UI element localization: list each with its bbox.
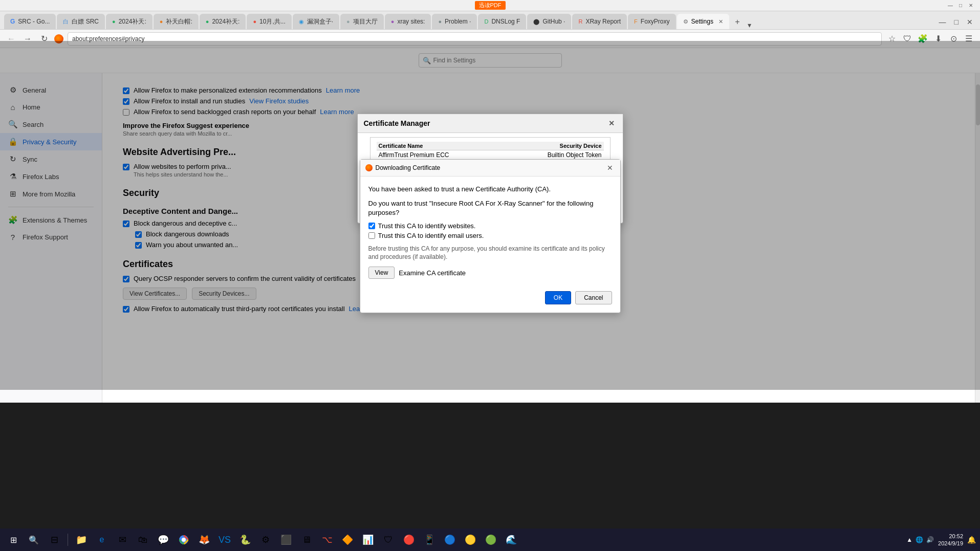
tab-label: GitHub · [542, 18, 565, 25]
tab-src-google[interactable]: G SRC - Go... [4, 14, 56, 29]
tray-volume: 🔊 [926, 536, 934, 543]
tab-label: xray sites: [397, 18, 425, 25]
download-cert-main-text: You have been asked to trust a new Certi… [368, 185, 612, 194]
tab-close-settings[interactable]: ✕ [718, 18, 723, 25]
close-button[interactable]: ✕ [967, 2, 975, 10]
tab-october[interactable]: ● 10月,共... [247, 14, 291, 29]
tab-favicon-google: G [10, 18, 15, 25]
taskbar-tool8[interactable]: 🌊 [502, 531, 520, 549]
start-button[interactable]: ⊞ [4, 531, 23, 549]
trust-email-checkbox[interactable] [368, 232, 375, 239]
tab-favicon: ⬤ [533, 18, 539, 25]
download-cert-dialog: Downloading Certificate ✕ You have been … [360, 159, 621, 313]
trust-websites-checkbox[interactable] [368, 223, 375, 229]
taskbar-chrome[interactable] [175, 531, 193, 549]
taskbar-edge[interactable]: e [93, 531, 111, 549]
tab-loudong[interactable]: ◉ 漏洞盒子· [293, 14, 339, 29]
taskbar-settings-icon[interactable]: ⚙ [256, 531, 275, 549]
tab-label: 项目大厅 [353, 17, 378, 26]
taskbar-sep-1 [68, 534, 68, 546]
new-tab-button[interactable]: + [730, 15, 745, 29]
taskbar-clock[interactable]: 20:52 2024/9/19 [938, 533, 963, 547]
taskbar-burp[interactable]: 🔶 [338, 531, 357, 549]
tab-2024b[interactable]: ● 2024补天: [200, 14, 246, 29]
taskbar-terminal[interactable]: ⬛ [277, 531, 295, 549]
taskbar-python[interactable]: 🐍 [236, 531, 254, 549]
download-cert-title: Downloading Certificate [376, 164, 441, 171]
tab-label: 补天白帽: [166, 17, 192, 26]
taskbar-git[interactable]: ⌥ [318, 531, 336, 549]
tab-bar: G SRC - Go... 白 白嫖 SRC ● 2024补天: ● 补天白帽:… [0, 11, 980, 30]
examine-label: Examine CA certificate [399, 269, 466, 277]
taskbar-tool3[interactable]: 🔴 [400, 531, 418, 549]
tab-label: 漏洞盒子· [307, 17, 333, 26]
tab-label: DNSLog F [491, 18, 520, 25]
download-cert-close-button[interactable]: ✕ [605, 163, 615, 173]
cert-name-0: AffirmTrust Premium ECC [379, 151, 449, 159]
download-cert-content: You have been asked to trust a new Certi… [360, 177, 620, 287]
taskbar-remote[interactable]: 🖥 [297, 531, 316, 549]
taskbar-tool4[interactable]: 📱 [420, 531, 439, 549]
trust-websites-label: Trust this CA to identify websites. [378, 222, 476, 230]
tab-label: SRC - Go... [18, 18, 50, 25]
browser-restore[interactable]: □ [951, 17, 962, 27]
tab-favicon: ● [160, 18, 163, 25]
view-button[interactable]: View [368, 267, 395, 279]
tab-label: 2024补天: [212, 17, 239, 26]
tab-project[interactable]: ● 项目大厅 [340, 14, 384, 29]
window-controls-browser: — □ ✕ [936, 17, 976, 29]
cert-token-0: Builtin Object Token [548, 151, 602, 159]
tab-label: FoxyProxy [641, 18, 670, 25]
pdf-badge[interactable]: 迅读PDF [475, 1, 506, 10]
cert-row-0[interactable]: AffirmTrust Premium ECC Builtin Object T… [377, 150, 604, 160]
window-controls: — □ ✕ [946, 2, 975, 10]
taskbar-store[interactable]: 🛍 [134, 531, 152, 549]
taskbar-file-explorer[interactable]: 📁 [72, 531, 91, 549]
tab-xray[interactable]: ● xray sites: [385, 14, 431, 29]
tab-favicon: ● [253, 18, 256, 25]
tab-2024[interactable]: ● 2024补天: [106, 14, 153, 29]
cert-manager-title: Certificate Manager [364, 119, 430, 127]
notification-icon[interactable]: 🔔 [967, 536, 976, 544]
download-cert-ok-button[interactable]: OK [545, 291, 571, 304]
taskbar-vscode[interactable]: VS [215, 531, 234, 549]
taskbar-tool7[interactable]: 🟢 [482, 531, 500, 549]
tab-xray-report[interactable]: R XRay Report [572, 14, 627, 29]
browser-close[interactable]: ✕ [964, 17, 976, 27]
download-cert-title-row: Downloading Certificate [365, 164, 441, 171]
cert-manager-close-button[interactable]: ✕ [606, 118, 617, 128]
trust-email-row: Trust this CA to identify email users. [368, 232, 612, 239]
taskbar-time-value: 20:52 [938, 533, 963, 540]
tab-favicon: 白 [63, 18, 69, 26]
tab-github[interactable]: ⬤ GitHub · [527, 14, 571, 29]
tab-favicon: ◉ [299, 18, 304, 25]
tab-dnslog[interactable]: D DNSLog F [478, 14, 526, 29]
tab-label: 2024补天: [119, 17, 146, 26]
taskbar-task-view[interactable]: ⊟ [45, 531, 63, 549]
taskbar-tool5[interactable]: 🔵 [441, 531, 459, 549]
cert-manager-dialog: Certificate Manager ✕ Downloading Certif… [357, 114, 623, 224]
taskbar-tool6[interactable]: 🟡 [461, 531, 480, 549]
tab-overflow-button[interactable]: ▾ [746, 21, 753, 29]
system-tray-icons: ▲ 🌐 🔊 [906, 536, 934, 543]
taskbar-tool1[interactable]: 📊 [359, 531, 377, 549]
download-cert-info: Before trusting this CA for any purpose,… [368, 245, 612, 262]
browser-minimize[interactable]: — [936, 17, 949, 27]
tab-settings[interactable]: ⚙ Settings ✕ [677, 14, 729, 29]
tab-settings-label: Settings [691, 18, 713, 25]
taskbar-wechat[interactable]: 💬 [154, 531, 172, 549]
minimize-button[interactable]: — [946, 2, 954, 10]
tab-baipi[interactable]: 白 白嫖 SRC [57, 14, 105, 29]
taskbar-tool2[interactable]: 🛡 [379, 531, 398, 549]
tab-buti[interactable]: ● 补天白帽: [154, 14, 199, 29]
tab-label: 10月,共... [259, 17, 286, 26]
tab-problem[interactable]: ● Problem · [432, 14, 477, 29]
taskbar-firefox[interactable]: 🦊 [195, 531, 213, 549]
download-cert-cancel-button[interactable]: Cancel [575, 291, 612, 304]
download-cert-titlebar: Downloading Certificate ✕ [360, 160, 620, 177]
maximize-button[interactable]: □ [956, 2, 965, 10]
cert-list-header: Certificate Name Security Device [377, 142, 604, 150]
taskbar-search-button[interactable]: 🔍 [25, 531, 43, 549]
taskbar-mail[interactable]: ✉ [113, 531, 132, 549]
tab-foxy[interactable]: F FoxyProxy [628, 14, 676, 29]
